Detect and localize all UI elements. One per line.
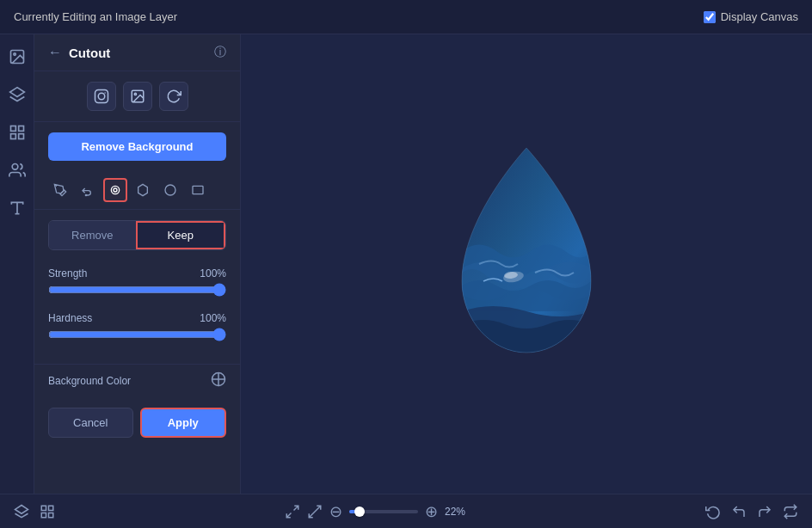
sidebar-icon-layers[interactable] bbox=[5, 83, 29, 107]
svg-rect-3 bbox=[10, 126, 15, 132]
svg-rect-27 bbox=[49, 506, 53, 510]
svg-point-18 bbox=[114, 188, 117, 192]
strength-label-row: Strength 100% bbox=[48, 267, 226, 279]
svg-rect-4 bbox=[18, 126, 23, 132]
svg-rect-29 bbox=[49, 513, 53, 517]
svg-rect-6 bbox=[18, 134, 23, 139]
display-canvas-checkbox[interactable] bbox=[704, 11, 716, 23]
rect-tool-btn[interactable] bbox=[186, 178, 210, 202]
panel-back-button[interactable]: ← bbox=[48, 45, 62, 60]
bottom-center: ⊖ ⊕ 22% bbox=[285, 502, 476, 521]
svg-rect-5 bbox=[10, 134, 15, 139]
strength-slider[interactable] bbox=[48, 283, 226, 297]
svg-line-31 bbox=[286, 513, 291, 517]
strength-slider-row: Strength 100% bbox=[48, 267, 226, 300]
hardness-label: Hardness bbox=[48, 312, 92, 324]
svg-line-30 bbox=[294, 506, 298, 510]
sliders-section: Strength 100% Hardness 100% bbox=[34, 261, 240, 364]
source-icons-row bbox=[34, 71, 240, 122]
background-color-icon[interactable] bbox=[211, 371, 226, 390]
svg-rect-21 bbox=[193, 186, 203, 193]
fit-icon[interactable] bbox=[285, 504, 300, 519]
svg-marker-2 bbox=[9, 88, 24, 97]
cutout-panel: ← Cutout ⓘ Remove Back bbox=[34, 34, 241, 494]
remove-keep-toggle: Remove Keep bbox=[48, 220, 226, 250]
svg-point-11 bbox=[98, 93, 105, 100]
display-canvas-label: Display Canvas bbox=[721, 10, 798, 23]
refresh-source-btn[interactable] bbox=[159, 82, 188, 111]
keep-toggle-btn[interactable]: Keep bbox=[136, 221, 226, 249]
resize-icon[interactable] bbox=[307, 504, 323, 519]
hardness-slider[interactable] bbox=[48, 328, 226, 341]
svg-rect-28 bbox=[41, 513, 46, 517]
hardness-value: 100% bbox=[200, 312, 226, 324]
zoom-out-button[interactable]: ⊖ bbox=[329, 502, 342, 521]
svg-point-20 bbox=[165, 185, 175, 195]
bottom-toolbar: ⊖ ⊕ 22% bbox=[0, 494, 812, 528]
zoom-in-button[interactable]: ⊕ bbox=[425, 502, 438, 521]
zoom-controls: ⊖ ⊕ 22% bbox=[329, 502, 476, 521]
strength-label: Strength bbox=[48, 267, 87, 279]
droplet-image bbox=[432, 139, 621, 389]
sidebar-icon-image[interactable] bbox=[5, 45, 29, 69]
svg-point-15 bbox=[56, 186, 57, 187]
sidebar-icon-users[interactable] bbox=[5, 158, 29, 182]
lasso-tool-btn[interactable] bbox=[76, 178, 100, 202]
panel-info-icon[interactable]: ⓘ bbox=[214, 45, 226, 60]
left-sidebar bbox=[0, 34, 34, 494]
background-color-label: Background Color bbox=[48, 375, 131, 387]
top-bar-title: Currently Editing an Image Layer bbox=[14, 10, 177, 23]
svg-marker-25 bbox=[15, 505, 28, 513]
panel-title: Cutout bbox=[69, 46, 110, 60]
bottom-right-icons bbox=[705, 504, 798, 519]
display-canvas-toggle[interactable]: Display Canvas bbox=[704, 10, 798, 23]
undo-button[interactable] bbox=[731, 504, 747, 519]
circle-tool-btn[interactable] bbox=[158, 178, 182, 202]
instagram-source-btn[interactable] bbox=[87, 82, 116, 111]
magic-tool-btn[interactable] bbox=[103, 178, 127, 202]
background-color-row: Background Color bbox=[34, 364, 240, 401]
zoom-track[interactable] bbox=[349, 510, 418, 513]
zoom-percent: 22% bbox=[445, 506, 476, 518]
action-row: Cancel Apply bbox=[48, 408, 226, 438]
svg-point-1 bbox=[13, 53, 15, 56]
svg-point-12 bbox=[104, 92, 106, 94]
image-source-btn[interactable] bbox=[123, 82, 152, 111]
svg-point-17 bbox=[111, 186, 119, 193]
zoom-thumb[interactable] bbox=[354, 507, 365, 517]
cancel-button[interactable]: Cancel bbox=[48, 408, 133, 438]
brush-tool-btn[interactable] bbox=[48, 178, 72, 202]
remove-background-button[interactable]: Remove Background bbox=[48, 132, 226, 161]
panel-header-left: ← Cutout bbox=[48, 45, 110, 60]
tool-icons-row bbox=[34, 171, 240, 210]
top-bar: Currently Editing an Image Layer Display… bbox=[0, 0, 812, 34]
svg-point-14 bbox=[134, 93, 136, 95]
svg-point-16 bbox=[85, 194, 86, 195]
sidebar-icon-grid[interactable] bbox=[5, 120, 29, 144]
strength-value: 100% bbox=[200, 267, 226, 279]
hardness-slider-row: Hardness 100% bbox=[48, 312, 226, 345]
svg-line-32 bbox=[309, 506, 321, 518]
hardness-label-row: Hardness 100% bbox=[48, 312, 226, 324]
apply-button[interactable]: Apply bbox=[140, 408, 227, 438]
bottom-left-icons bbox=[14, 504, 55, 519]
panel-header: ← Cutout ⓘ bbox=[34, 34, 240, 71]
grid-bottom-icon[interactable] bbox=[40, 504, 55, 519]
layers-bottom-icon[interactable] bbox=[14, 504, 29, 519]
sidebar-icon-text[interactable] bbox=[5, 196, 29, 220]
polygon-tool-btn[interactable] bbox=[131, 178, 155, 202]
remove-toggle-btn[interactable]: Remove bbox=[49, 221, 136, 249]
svg-point-7 bbox=[12, 164, 18, 170]
svg-marker-19 bbox=[138, 184, 148, 195]
redo-button[interactable] bbox=[757, 504, 772, 519]
svg-rect-26 bbox=[41, 506, 46, 510]
repeat-button[interactable] bbox=[783, 504, 798, 519]
canvas-area bbox=[241, 34, 812, 494]
svg-rect-10 bbox=[95, 90, 108, 103]
history-button[interactable] bbox=[705, 504, 721, 519]
